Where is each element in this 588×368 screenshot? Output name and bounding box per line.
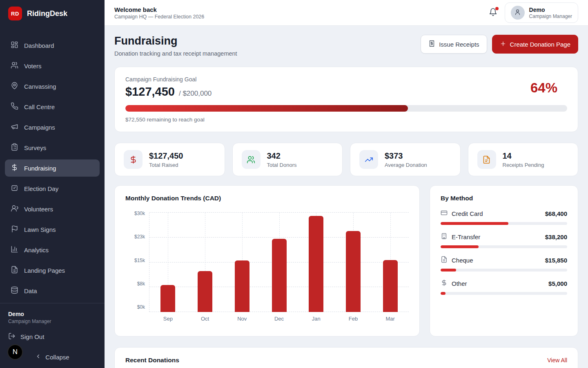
brand: RD RidingDesk <box>0 0 105 26</box>
method-label: E-Transfer <box>452 233 541 240</box>
user-menu[interactable]: Demo Campaign Manager <box>505 2 578 23</box>
method-label: Credit Card <box>452 210 541 217</box>
chart-bar-feb[interactable] <box>346 231 361 312</box>
sidebar-item-analytics[interactable]: Analytics <box>5 241 100 258</box>
chevron-left-icon <box>35 353 41 361</box>
goal-progress-track <box>125 105 567 112</box>
method-progress-fill <box>441 245 479 248</box>
database-icon <box>11 286 18 295</box>
x-tick-label: Dec <box>261 316 298 322</box>
stat-card-receipts-pending: 14Receipts Pending <box>468 143 579 176</box>
create-donation-page-button[interactable]: Create Donation Page <box>492 35 578 54</box>
sidebar-item-label: Call Centre <box>24 103 55 110</box>
notifications-button[interactable] <box>489 8 497 18</box>
method-progress-fill <box>441 269 456 272</box>
donation-trends-card: Monthly Donation Trends (CAD) $30k$23k$1… <box>114 185 420 337</box>
goal-remaining: $72,550 remaining to reach goal <box>125 117 567 123</box>
stat-label: Receipts Pending <box>503 162 544 168</box>
sidebar-item-canvassing[interactable]: Canvassing <box>5 78 100 95</box>
method-row-e-transfer: E-Transfer$38,200 <box>441 233 567 248</box>
stat-value: 14 <box>503 151 544 161</box>
stat-card-total-raised: $127,450Total Raised <box>114 143 225 176</box>
sidebar-item-volunteers[interactable]: Volunteers <box>5 200 100 218</box>
welcome-title: Welcome back <box>114 6 204 13</box>
method-amount: $68,400 <box>545 210 567 217</box>
method-progress-track <box>441 269 567 272</box>
chart-bar-jan[interactable] <box>309 216 323 312</box>
chart-bar-nov[interactable] <box>235 260 249 312</box>
notification-dot <box>495 7 499 10</box>
stat-value: $127,450 <box>149 151 183 161</box>
sidebar: RD RidingDesk DashboardVotersCanvassingC… <box>0 0 105 368</box>
sidebar-item-label: Surveys <box>24 144 46 151</box>
method-progress-fill <box>441 222 508 225</box>
sidebar-item-data[interactable]: Data <box>5 282 100 299</box>
content: Fundraising Donation tracking and tax re… <box>105 26 588 368</box>
stat-card-average-donation: $373Average Donation <box>350 143 461 176</box>
sidebar-item-call-centre[interactable]: Call Centre <box>5 98 100 115</box>
flag-icon <box>11 225 18 234</box>
chart-bar-dec[interactable] <box>272 239 287 312</box>
sidebar-nav: DashboardVotersCanvassingCall CentreCamp… <box>0 26 105 303</box>
sidebar-item-lawn-signs[interactable]: Lawn Signs <box>5 221 100 238</box>
sidebar-item-label: Voters <box>24 63 42 70</box>
sidebar-item-label: Volunteers <box>24 206 53 213</box>
goal-label: Campaign Fundraising Goal <box>125 76 567 83</box>
user-role: Campaign Manager <box>529 13 572 19</box>
stat-label: Total Raised <box>149 162 183 168</box>
bank-icon <box>441 233 448 241</box>
sidebar-item-voters[interactable]: Voters <box>5 57 100 74</box>
brand-name: RidingDesk <box>27 9 67 18</box>
user-name: Demo <box>529 7 572 13</box>
method-row-other: Other$5,000 <box>441 279 567 295</box>
user-icon <box>514 9 521 17</box>
chart-title: Monthly Donation Trends (CAD) <box>125 195 409 202</box>
voters-icon <box>11 61 18 70</box>
page-subtitle: Donation tracking and tax receipt manage… <box>114 50 237 57</box>
by-method-title: By Method <box>441 195 567 202</box>
sidebar-item-landing-pages[interactable]: Landing Pages <box>5 262 100 279</box>
method-amount: $15,850 <box>545 257 567 264</box>
method-label: Other <box>452 280 544 287</box>
y-tick-label: $23k <box>125 234 145 240</box>
clipboard-icon <box>11 143 18 152</box>
sidebar-item-campaigns[interactable]: Campaigns <box>5 119 100 136</box>
sidebar-item-election-day[interactable]: Election Day <box>5 180 100 197</box>
cheque-icon <box>441 256 448 265</box>
brand-logo: RD <box>8 7 22 20</box>
chart-bar-sep[interactable] <box>160 285 175 312</box>
receipt-icon <box>428 40 435 48</box>
x-tick-label: Jan <box>298 316 335 322</box>
file-text-icon <box>11 266 18 275</box>
dollar-icon <box>124 150 143 169</box>
sign-out-label: Sign Out <box>20 333 44 340</box>
megaphone-icon <box>11 123 18 132</box>
sidebar-item-label: Campaigns <box>24 124 55 131</box>
y-tick-label: $0k <box>125 304 145 310</box>
dollar-icon <box>11 164 18 173</box>
issue-receipts-button[interactable]: Issue Receipts <box>421 35 487 54</box>
chart-bar-mar[interactable] <box>383 260 398 312</box>
sidebar-item-label: Canvassing <box>24 83 56 90</box>
issue-receipts-label: Issue Receipts <box>439 41 479 48</box>
chart-bar-oct[interactable] <box>198 271 212 312</box>
dev-tools-badge[interactable]: N <box>7 344 23 360</box>
sidebar-user-name: Demo <box>8 311 96 317</box>
dollar-icon <box>441 279 448 288</box>
sidebar-item-label: Landing Pages <box>24 267 65 274</box>
sidebar-item-surveys[interactable]: Surveys <box>5 139 100 156</box>
sidebar-user-role: Campaign Manager <box>8 319 96 324</box>
sidebar-item-label: Lawn Signs <box>24 226 56 233</box>
stat-label: Average Donation <box>385 162 427 168</box>
sidebar-item-fundraising[interactable]: Fundraising <box>5 159 100 177</box>
fundraising-goal-card: Campaign Fundraising Goal $127,450 / $20… <box>114 67 578 132</box>
log-out-icon <box>8 332 16 341</box>
sidebar-item-dashboard[interactable]: Dashboard <box>5 37 100 54</box>
y-tick-label: $15k <box>125 258 145 263</box>
create-donation-label: Create Donation Page <box>510 41 570 48</box>
chart-x-axis: SepOctNovDecJanFebMar <box>149 316 409 322</box>
view-all-link[interactable]: View All <box>547 357 567 364</box>
goal-target: / $200,000 <box>179 90 212 98</box>
sign-out-button[interactable]: Sign Out <box>8 332 96 341</box>
y-tick-label: $30k <box>125 211 145 216</box>
